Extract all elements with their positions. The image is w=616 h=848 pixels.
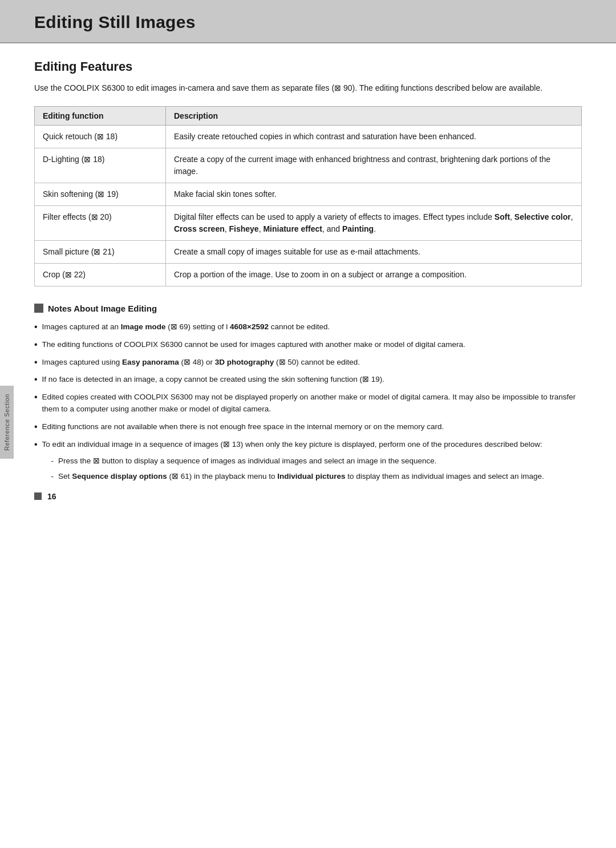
col-description-header: Description bbox=[166, 106, 582, 125]
table-row: Skin softening (⊠ 19)Make facial skin to… bbox=[35, 183, 582, 205]
page-number: 16 bbox=[47, 492, 56, 501]
bullet-dot: • bbox=[34, 393, 38, 402]
bullet-text: To edit an individual image in a sequenc… bbox=[42, 439, 544, 486]
table-row: Crop (⊠ 22)Crop a portion of the image. … bbox=[35, 263, 582, 286]
notes-list-item: •Images captured using Easy panorama (⊠ … bbox=[34, 357, 582, 369]
table-cell-description: Digital filter effects can be used to ap… bbox=[166, 205, 582, 240]
page-footer: 16 bbox=[34, 492, 56, 501]
bullet-text: Edited copies created with COOLPIX S6300… bbox=[42, 391, 582, 415]
table-cell-function: Crop (⊠ 22) bbox=[35, 263, 166, 286]
sub-text: Press the ⊠ button to display a sequence… bbox=[58, 455, 436, 467]
bullet-text: Editing functions are not available when… bbox=[42, 421, 444, 433]
notes-list-item: •Images captured at an Image mode (⊠ 69)… bbox=[34, 321, 582, 333]
notes-icon bbox=[34, 304, 43, 313]
table-cell-function: Skin softening (⊠ 19) bbox=[35, 183, 166, 205]
bullet-dot: • bbox=[34, 322, 38, 332]
bullet-dot: • bbox=[34, 375, 38, 384]
table-cell-description: Make facial skin tones softer. bbox=[166, 183, 582, 205]
notes-list-item: •If no face is detected in an image, a c… bbox=[34, 374, 582, 386]
sub-list: -Press the ⊠ button to display a sequenc… bbox=[51, 455, 544, 483]
table-cell-description: Easily create retouched copies in which … bbox=[166, 125, 582, 148]
notes-list-item: •To edit an individual image in a sequen… bbox=[34, 439, 582, 486]
table-cell-function: Quick retouch (⊠ 18) bbox=[35, 125, 166, 148]
footer-icon bbox=[34, 492, 42, 500]
notes-title: Notes About Image Editing bbox=[48, 304, 157, 313]
table-cell-description: Create a small copy of images suitable f… bbox=[166, 240, 582, 263]
bullet-text: Images captured using Easy panorama (⊠ 4… bbox=[42, 357, 360, 369]
bullet-text: Images captured at an Image mode (⊠ 69) … bbox=[42, 321, 330, 333]
table-row: Quick retouch (⊠ 18)Easily create retouc… bbox=[35, 125, 582, 148]
table-header-row: Editing function Description bbox=[35, 106, 582, 125]
table-cell-description: Crop a portion of the image. Use to zoom… bbox=[166, 263, 582, 286]
notes-list: •Images captured at an Image mode (⊠ 69)… bbox=[34, 321, 582, 486]
sub-dash: - bbox=[51, 471, 54, 483]
intro-text: Use the COOLPIX S6300 to edit images in-… bbox=[34, 82, 582, 95]
sub-dash: - bbox=[51, 455, 54, 467]
notes-section: Notes About Image Editing •Images captur… bbox=[34, 304, 582, 486]
notes-list-item: •Edited copies created with COOLPIX S630… bbox=[34, 391, 582, 415]
notes-list-item: •Editing functions are not available whe… bbox=[34, 421, 582, 433]
main-content: Editing Features Use the COOLPIX S6300 t… bbox=[0, 43, 616, 515]
sub-text: Set Sequence display options (⊠ 61) in t… bbox=[58, 471, 544, 483]
page-header: Editing Still Images bbox=[0, 0, 616, 43]
bullet-dot: • bbox=[34, 340, 38, 349]
side-label: Reference Section bbox=[0, 386, 14, 459]
page-title: Editing Still Images bbox=[34, 13, 582, 32]
features-table: Editing function Description Quick retou… bbox=[34, 106, 582, 286]
table-cell-function: Small picture (⊠ 21) bbox=[35, 240, 166, 263]
table-cell-function: Filter effects (⊠ 20) bbox=[35, 205, 166, 240]
section-title: Editing Features bbox=[34, 59, 582, 74]
bullet-dot: • bbox=[34, 358, 38, 367]
notes-header: Notes About Image Editing bbox=[34, 304, 582, 313]
notes-list-item: •The editing functions of COOLPIX S6300 … bbox=[34, 339, 582, 351]
bullet-text: The editing functions of COOLPIX S6300 c… bbox=[42, 339, 465, 351]
bullet-text: If no face is detected in an image, a co… bbox=[42, 374, 384, 386]
sub-list-item: -Set Sequence display options (⊠ 61) in … bbox=[51, 471, 544, 483]
table-row: Small picture (⊠ 21)Create a small copy … bbox=[35, 240, 582, 263]
table-row: D-Lighting (⊠ 18)Create a copy of the cu… bbox=[35, 148, 582, 183]
table-row: Filter effects (⊠ 20)Digital filter effe… bbox=[35, 205, 582, 240]
col-function-header: Editing function bbox=[35, 106, 166, 125]
bullet-dot: • bbox=[34, 422, 38, 431]
table-cell-function: D-Lighting (⊠ 18) bbox=[35, 148, 166, 183]
sub-list-item: -Press the ⊠ button to display a sequenc… bbox=[51, 455, 544, 467]
table-cell-description: Create a copy of the current image with … bbox=[166, 148, 582, 183]
bullet-dot: • bbox=[34, 440, 38, 449]
